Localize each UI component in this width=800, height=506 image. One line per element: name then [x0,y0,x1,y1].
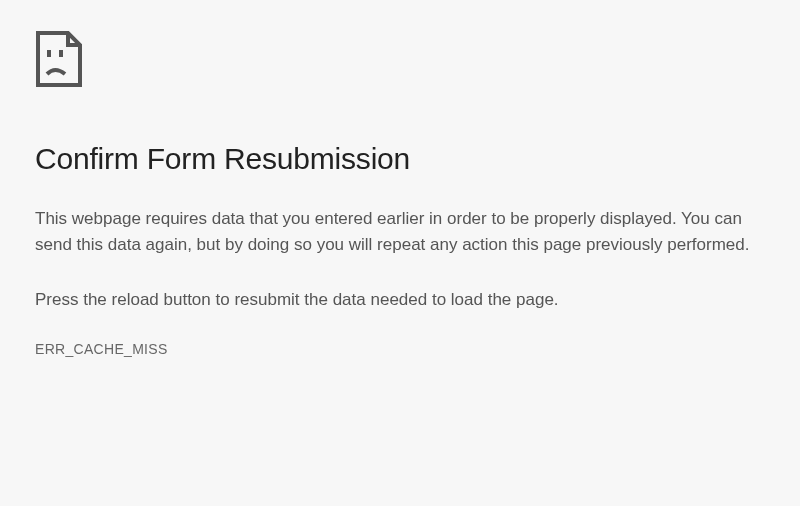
sad-page-icon [35,30,83,88]
svg-rect-1 [59,50,63,57]
svg-rect-0 [47,50,51,57]
error-message-primary: This webpage requires data that you ente… [35,206,755,259]
error-icon-container [35,30,760,92]
error-code: ERR_CACHE_MISS [35,341,760,357]
error-message-secondary: Press the reload button to resubmit the … [35,287,755,313]
page-title: Confirm Form Resubmission [35,142,760,176]
